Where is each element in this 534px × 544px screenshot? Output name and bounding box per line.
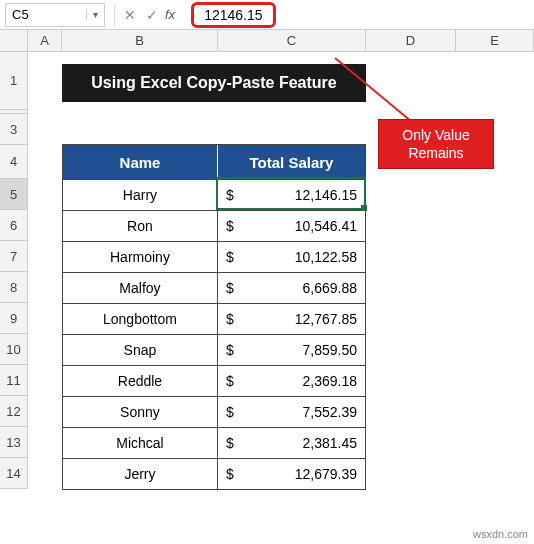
title-block: Using Excel Copy-Paste Feature xyxy=(62,64,366,102)
cell-name: Ron xyxy=(63,211,218,241)
table-header: Name Total Salary xyxy=(63,145,365,179)
column-headers: A B C D E xyxy=(0,30,534,52)
formula-bar-value[interactable]: 12146.15 xyxy=(191,2,275,28)
fx-icon[interactable]: fx xyxy=(165,7,175,22)
cell-name: Reddle xyxy=(63,366,218,396)
cell-salary: $2,381.45 xyxy=(218,428,365,458)
cells-area[interactable]: Using Excel Copy-Paste Feature Name Tota… xyxy=(28,52,534,489)
row-header-10[interactable]: 10 xyxy=(0,334,27,365)
header-name: Name xyxy=(63,145,218,179)
table-row[interactable]: Sonny$7,552.39 xyxy=(63,396,365,427)
cell-name: Longbottom xyxy=(63,304,218,334)
table-row[interactable]: Jerry$12,679.39 xyxy=(63,458,365,489)
cell-salary: $7,552.39 xyxy=(218,397,365,427)
table-row[interactable]: Malfoy$6,669.88 xyxy=(63,272,365,303)
row-header-7[interactable]: 7 xyxy=(0,241,27,272)
col-header-A[interactable]: A xyxy=(28,30,62,51)
cell-salary: $7,859.50 xyxy=(218,335,365,365)
callout-box: Only Value Remains xyxy=(378,119,494,169)
cell-name: Sonny xyxy=(63,397,218,427)
header-salary: Total Salary xyxy=(218,145,365,179)
row-header-1[interactable]: 1 xyxy=(0,52,27,110)
table-row[interactable]: Reddle$2,369.18 xyxy=(63,365,365,396)
cell-name: Harry xyxy=(63,180,218,210)
table-row[interactable]: Harry$12,146.15 xyxy=(63,179,365,210)
col-header-B[interactable]: B xyxy=(62,30,218,51)
cell-name: Malfoy xyxy=(63,273,218,303)
table-row[interactable]: Michcal$2,381.45 xyxy=(63,427,365,458)
cell-name: Harmoiny xyxy=(63,242,218,272)
data-table: Name Total Salary Harry$12,146.15 Ron$10… xyxy=(62,144,366,490)
row-header-13[interactable]: 13 xyxy=(0,427,27,458)
cell-salary: $10,546.41 xyxy=(218,211,365,241)
enter-icon[interactable]: ✓ xyxy=(141,7,163,23)
row-header-14[interactable]: 14 xyxy=(0,458,27,489)
row-header-9[interactable]: 9 xyxy=(0,303,27,334)
row-headers: 1 2 3 4 5 6 7 8 9 10 11 12 13 14 xyxy=(0,52,28,489)
col-header-D[interactable]: D xyxy=(366,30,456,51)
cell-salary: $2,369.18 xyxy=(218,366,365,396)
cell-salary: $12,146.15 xyxy=(218,180,365,210)
table-row[interactable]: Longbottom$12,767.85 xyxy=(63,303,365,334)
cell-name: Jerry xyxy=(63,459,218,489)
row-header-8[interactable]: 8 xyxy=(0,272,27,303)
cell-salary: $12,679.39 xyxy=(218,459,365,489)
spreadsheet-grid: A B C D E 1 2 3 4 5 6 7 8 9 10 11 12 13 … xyxy=(0,30,534,489)
cancel-icon[interactable]: ✕ xyxy=(119,7,141,23)
col-header-C[interactable]: C xyxy=(218,30,366,51)
cell-name: Michcal xyxy=(63,428,218,458)
select-all-corner[interactable] xyxy=(0,30,28,51)
row-header-3[interactable]: 3 xyxy=(0,114,27,145)
formula-bar: C5 ▾ ✕ ✓ fx 12146.15 xyxy=(0,0,534,30)
table-row[interactable]: Snap$7,859.50 xyxy=(63,334,365,365)
table-row[interactable]: Harmoiny$10,122.58 xyxy=(63,241,365,272)
cell-salary: $12,767.85 xyxy=(218,304,365,334)
row-header-11[interactable]: 11 xyxy=(0,365,27,396)
row-header-12[interactable]: 12 xyxy=(0,396,27,427)
name-box-dropdown-icon[interactable]: ▾ xyxy=(86,9,104,20)
row-header-5[interactable]: 5 xyxy=(0,179,27,210)
table-row[interactable]: Ron$10,546.41 xyxy=(63,210,365,241)
name-box[interactable]: C5 ▾ xyxy=(5,3,105,27)
cell-salary: $10,122.58 xyxy=(218,242,365,272)
cell-salary: $6,669.88 xyxy=(218,273,365,303)
row-header-6[interactable]: 6 xyxy=(0,210,27,241)
separator xyxy=(114,4,115,26)
row-header-4[interactable]: 4 xyxy=(0,145,27,179)
cell-name: Snap xyxy=(63,335,218,365)
col-header-E[interactable]: E xyxy=(456,30,534,51)
watermark: wsxdn.com xyxy=(473,528,528,540)
name-box-value: C5 xyxy=(6,7,86,22)
